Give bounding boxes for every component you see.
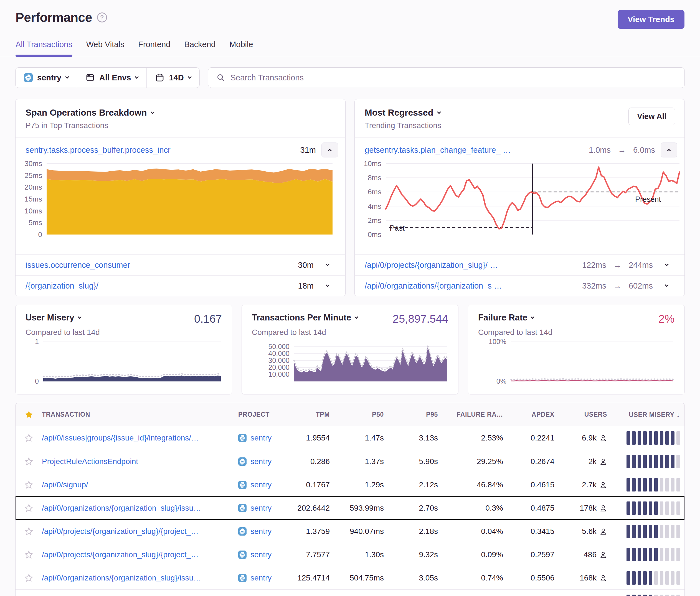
environment-filter[interactable]: All Envs	[77, 68, 146, 87]
chart-canvas	[511, 342, 673, 382]
misery-bar	[665, 431, 669, 445]
users-count: 2.7k	[582, 481, 597, 489]
table-row[interactable]: /api/0/organizations/{organization_slug}…	[16, 496, 684, 519]
span-item-link[interactable]: /{organization_slug}/	[26, 281, 293, 290]
cell-tpm: 0.286	[288, 457, 330, 466]
misery-bar	[654, 525, 658, 538]
table-row[interactable]	[16, 589, 684, 596]
misery-bar	[638, 455, 641, 468]
misery-bar	[638, 548, 641, 561]
project-link[interactable]: sentry	[250, 527, 272, 536]
favorite-star-button[interactable]	[16, 480, 42, 490]
cell-apdex: 0.2597	[503, 550, 554, 559]
date-range-filter[interactable]: 14D	[146, 68, 199, 87]
search-input[interactable]	[230, 73, 677, 82]
regressed-item-link[interactable]: /api/0/projects/{organization_slug}/ …	[365, 261, 577, 270]
most-regressed-title-dropdown[interactable]: Most Regressed	[365, 108, 441, 118]
tab-backend[interactable]: Backend	[184, 40, 216, 56]
misery-bar	[671, 571, 674, 585]
table-row[interactable]: /api/0/projects/{organization_slug}/{pro…	[16, 543, 684, 566]
misery-bar	[643, 478, 647, 492]
collapse-button[interactable]	[660, 142, 677, 157]
favorite-star-button[interactable]	[16, 527, 42, 536]
user-misery-title-dropdown[interactable]: User Misery	[26, 313, 81, 323]
users-count: 2k	[588, 457, 597, 466]
favorite-star-button[interactable]	[16, 573, 42, 583]
tab-frontend[interactable]: Frontend	[138, 40, 170, 56]
column-header-p50[interactable]: P50	[330, 411, 384, 418]
favorite-star-button[interactable]	[16, 503, 42, 513]
project-link[interactable]: sentry	[250, 550, 272, 559]
tpm-title-dropdown[interactable]: Transactions Per Minute	[252, 313, 358, 323]
column-header-transaction[interactable]: TRANSACTION	[42, 411, 238, 418]
span-item-value: 18m	[298, 281, 314, 290]
column-header-tpm[interactable]: TPM	[288, 411, 330, 418]
column-header-project[interactable]: PROJECT	[238, 411, 288, 418]
misery-bar	[654, 501, 658, 515]
project-link[interactable]: sentry	[250, 434, 272, 442]
cell-tpm: 7.7577	[288, 550, 330, 559]
column-header-p95[interactable]: P95	[384, 411, 438, 418]
view-trends-button[interactable]: View Trends	[618, 10, 684, 29]
python-project-icon	[238, 527, 247, 536]
arrow-right-icon: →	[612, 261, 623, 270]
view-all-button[interactable]: View All	[628, 108, 675, 125]
transaction-link[interactable]: ProjectRuleActionsEndpoint	[42, 457, 138, 466]
project-link[interactable]: sentry	[250, 574, 272, 582]
transaction-link[interactable]: /api/0/organizations/{organization_slug}…	[42, 574, 201, 582]
favorite-star-button[interactable]	[16, 550, 42, 560]
transaction-link[interactable]: /api/0/signup/	[42, 481, 88, 489]
table-row[interactable]: ProjectRuleActionsEndpointsentry0.2861.3…	[16, 450, 684, 473]
favorite-star-button[interactable]	[16, 457, 42, 466]
transaction-link[interactable]: /api/0/organizations/{organization_slug}…	[42, 504, 201, 512]
table-row[interactable]: /api/0/organizations/{organization_slug}…	[16, 566, 684, 589]
tab-mobile[interactable]: Mobile	[229, 40, 253, 56]
failure-rate-title-dropdown[interactable]: Failure Rate	[478, 313, 534, 323]
person-icon	[599, 458, 607, 465]
misery-bar	[643, 525, 647, 538]
misery-bar	[660, 501, 664, 515]
misery-bar	[676, 571, 680, 585]
column-header-failure-rate[interactable]: FAILURE RA…	[438, 411, 503, 418]
column-header-users[interactable]: USERS	[554, 411, 607, 418]
y-axis-tick: 10,000	[252, 370, 290, 379]
tab-web-vitals[interactable]: Web Vitals	[86, 40, 125, 56]
cell-p50: 940.07ms	[330, 527, 384, 536]
project-link[interactable]: sentry	[250, 504, 272, 513]
table-row[interactable]: /api/0/signup/sentry0.17671.29s2.12s46.8…	[16, 473, 684, 496]
project-filter[interactable]: sentry	[16, 68, 77, 87]
favorite-column-header[interactable]	[16, 410, 42, 419]
expand-button[interactable]	[319, 285, 336, 286]
search-box[interactable]	[208, 67, 685, 88]
span-item-link[interactable]: sentry.tasks.process_buffer.process_incr	[26, 146, 295, 155]
regressed-item-link[interactable]: /api/0/organizations/{organization_s …	[365, 281, 577, 290]
regressed-item-link[interactable]: getsentry.tasks.plan_change_feature_ …	[365, 146, 583, 155]
project-link[interactable]: sentry	[250, 481, 272, 489]
table-row[interactable]: /api/0/issues|groups/{issue_id}/integrat…	[16, 426, 684, 450]
transaction-link[interactable]: /api/0/issues|groups/{issue_id}/integrat…	[42, 434, 199, 442]
transaction-link[interactable]: /api/0/projects/{organization_slug}/{pro…	[42, 550, 199, 559]
favorite-star-button[interactable]	[16, 433, 42, 443]
span-item-link[interactable]: issues.occurrence_consumer	[26, 261, 293, 270]
help-icon[interactable]: ?	[97, 12, 107, 22]
span-breakdown-title-dropdown[interactable]: Span Operations Breakdown	[26, 108, 154, 118]
misery-bar	[671, 525, 674, 538]
column-header-apdex[interactable]: APDEX	[503, 411, 554, 418]
cell-users: 178k	[554, 504, 607, 513]
chart-canvas	[43, 342, 221, 382]
expand-button[interactable]	[658, 264, 675, 265]
cell-users: 168k	[554, 574, 607, 582]
project-link[interactable]: sentry	[250, 457, 272, 466]
expand-button[interactable]	[658, 285, 675, 286]
star-icon	[24, 550, 33, 560]
cell-transaction: ProjectRuleActionsEndpoint	[42, 457, 238, 466]
transaction-link[interactable]: /api/0/projects/{organization_slug}/{pro…	[42, 527, 199, 536]
expand-button[interactable]	[319, 264, 336, 265]
column-header-user-misery[interactable]: USER MISERY ↓	[607, 410, 684, 419]
table-row[interactable]: /api/0/projects/{organization_slug}/{pro…	[16, 519, 684, 543]
misery-bar	[632, 595, 636, 596]
chevron-down-icon	[354, 315, 358, 319]
collapse-button[interactable]	[321, 142, 338, 157]
tab-all-transactions[interactable]: All Transactions	[16, 40, 72, 56]
regressed-from-value: 332ms	[582, 281, 606, 290]
